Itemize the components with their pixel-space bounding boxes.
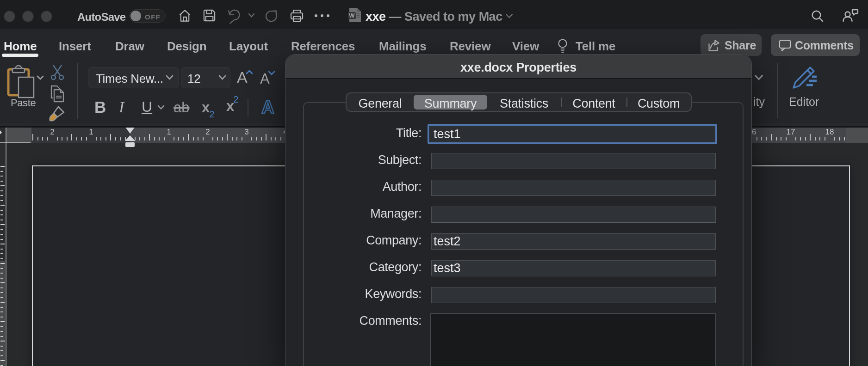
svg-text:A: A [261,98,274,116]
svg-text:W: W [349,12,355,19]
